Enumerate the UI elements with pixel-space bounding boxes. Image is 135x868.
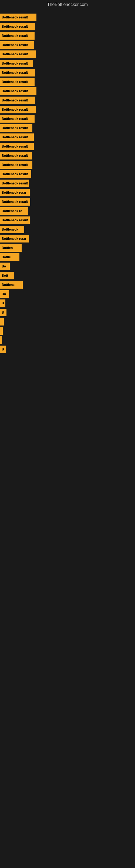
bar-row: Bottleneck result: [0, 152, 135, 159]
bottleneck-bar: Bottleneck result: [0, 41, 34, 49]
bar-row: Bottleneck result: [0, 13, 135, 21]
bottleneck-bar: [0, 327, 3, 335]
bar-row: Bottleneck result: [0, 60, 135, 67]
bar-row: Bottleneck result: [0, 161, 135, 169]
bar-row: Bottleneck result: [0, 87, 135, 95]
bar-row: Bottleneck re: [0, 207, 135, 215]
bar-row: Bottleneck: [0, 226, 135, 233]
bottleneck-bar: Bottleneck result: [0, 13, 37, 21]
bar-row: Bottleneck result: [0, 180, 135, 187]
bottleneck-bar: Bottlen: [0, 244, 21, 252]
bottleneck-bar: B: [0, 300, 5, 307]
bottleneck-bar: B: [0, 309, 6, 316]
bar-row: Bottleneck result: [0, 41, 135, 49]
bottleneck-bar: Bott: [0, 272, 14, 279]
bottleneck-bar: Bottleneck result: [0, 51, 36, 58]
bottleneck-bar: Bottleneck result: [0, 216, 30, 224]
bar-row: Bottleneck result: [0, 170, 135, 178]
bar-row: Bottleneck result: [0, 124, 135, 132]
bar-row: B: [0, 309, 135, 316]
bottleneck-bar: Bottleneck result: [0, 69, 35, 76]
site-title: TheBottlenecker.com: [0, 0, 135, 9]
site-title-text: TheBottlenecker.com: [47, 2, 88, 7]
bottleneck-bar: Bottle: [0, 253, 19, 261]
bar-row: Bottleneck result: [0, 69, 135, 76]
bottleneck-bar: Bo: [0, 290, 9, 298]
bottleneck-bar: B: [0, 346, 6, 353]
bottleneck-bar: Bottleneck resu: [0, 235, 29, 243]
bar-row: Bo: [0, 290, 135, 298]
bar-row: Bottleneck result: [0, 115, 135, 123]
bar-row: Bottleneck resu: [0, 235, 135, 243]
bottleneck-bar: Bottleneck result: [0, 115, 35, 123]
bottleneck-bar: Bottleneck result: [0, 161, 32, 169]
bar-row: Bottleneck result: [0, 133, 135, 141]
bottleneck-bar: Bottleneck resu: [0, 189, 30, 196]
bottleneck-bar: Bottleneck: [0, 226, 24, 233]
bottleneck-bar: Bottleneck result: [0, 78, 35, 86]
bar-row: [0, 336, 135, 344]
bottleneck-bar: Bottleneck result: [0, 143, 34, 150]
bottleneck-bar: Bo: [0, 262, 10, 270]
bar-row: Bottleneck result: [0, 78, 135, 86]
bar-row: Bottleneck result: [0, 23, 135, 30]
bar-row: [0, 327, 135, 335]
bar-row: Bottle: [0, 253, 135, 261]
bar-row: B: [0, 346, 135, 353]
bottleneck-bar: Bottleneck result: [0, 23, 35, 30]
bar-row: Bottleneck resu: [0, 189, 135, 196]
bar-row: Bottleneck result: [0, 106, 135, 113]
bottleneck-bar: Bottlene: [0, 281, 23, 289]
bottleneck-bar: [0, 336, 2, 344]
bottleneck-bar: Bottleneck result: [0, 106, 36, 113]
bar-row: Bott: [0, 272, 135, 279]
bottleneck-bar: Bottleneck result: [0, 198, 30, 206]
bar-row: Bo: [0, 262, 135, 270]
bar-row: Bottleneck result: [0, 143, 135, 150]
bottleneck-bar: Bottleneck result: [0, 60, 33, 67]
bottleneck-bar: Bottleneck result: [0, 32, 35, 40]
bottleneck-bar: Bottleneck result: [0, 133, 34, 141]
bar-row: Bottleneck result: [0, 51, 135, 58]
bar-row: Bottlen: [0, 244, 135, 252]
bar-row: Bottlene: [0, 281, 135, 289]
bottleneck-bar: Bottleneck result: [0, 152, 32, 159]
bar-row: Bottleneck result: [0, 32, 135, 40]
bottleneck-bar: Bottleneck re: [0, 207, 28, 215]
bar-row: Bottleneck result: [0, 198, 135, 206]
bottleneck-bar: Bottleneck result: [0, 97, 35, 104]
bar-row: [0, 318, 135, 326]
bottleneck-bar: Bottleneck result: [0, 124, 32, 132]
bottleneck-bar: Bottleneck result: [0, 170, 31, 178]
bottleneck-bar: Bottleneck result: [0, 87, 37, 95]
bar-row: Bottleneck result: [0, 216, 135, 224]
bottleneck-bar: Bottleneck result: [0, 180, 29, 187]
bar-row: B: [0, 300, 135, 307]
bar-row: Bottleneck result: [0, 97, 135, 104]
bottleneck-bar: [0, 318, 4, 326]
bars-container: Bottleneck resultBottleneck resultBottle…: [0, 9, 135, 358]
